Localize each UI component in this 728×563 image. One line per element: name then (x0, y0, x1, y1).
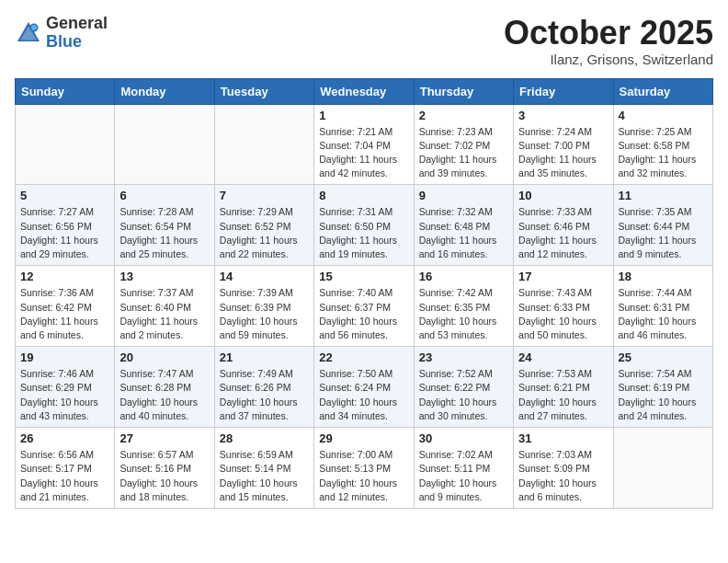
svg-point-3 (31, 25, 37, 30)
day-info: Sunrise: 7:42 AM Sunset: 6:35 PM Dayligh… (419, 286, 508, 342)
logo: General Blue (15, 15, 108, 52)
day-info: Sunrise: 7:53 AM Sunset: 6:21 PM Dayligh… (518, 367, 608, 423)
day-info: Sunrise: 7:03 AM Sunset: 5:09 PM Dayligh… (518, 448, 608, 504)
week-row-4: 19Sunrise: 7:46 AM Sunset: 6:29 PM Dayli… (16, 347, 713, 428)
day-number: 2 (419, 109, 508, 122)
calendar-cell (115, 104, 214, 185)
weekday-header-thursday: Thursday (414, 78, 513, 104)
title-block: October 2025 Ilanz, Grisons, Switzerland (504, 15, 713, 67)
calendar-cell (16, 104, 115, 185)
day-info: Sunrise: 7:25 AM Sunset: 6:58 PM Dayligh… (619, 125, 708, 181)
logo-text: General Blue (46, 15, 108, 52)
day-info: Sunrise: 7:23 AM Sunset: 7:02 PM Dayligh… (419, 125, 508, 181)
day-info: Sunrise: 7:35 AM Sunset: 6:44 PM Dayligh… (619, 205, 708, 261)
calendar-cell: 17Sunrise: 7:43 AM Sunset: 6:33 PM Dayli… (514, 266, 613, 347)
day-info: Sunrise: 7:31 AM Sunset: 6:50 PM Dayligh… (319, 205, 408, 261)
day-info: Sunrise: 6:57 AM Sunset: 5:16 PM Dayligh… (119, 448, 209, 504)
calendar-cell: 15Sunrise: 7:40 AM Sunset: 6:37 PM Dayli… (314, 266, 414, 347)
day-number: 28 (220, 431, 309, 445)
day-info: Sunrise: 7:00 AM Sunset: 5:13 PM Dayligh… (319, 448, 408, 504)
week-row-1: 1Sunrise: 7:21 AM Sunset: 7:04 PM Daylig… (16, 104, 713, 185)
calendar-cell: 31Sunrise: 7:03 AM Sunset: 5:09 PM Dayli… (514, 428, 613, 509)
day-number: 1 (319, 109, 408, 122)
day-number: 7 (220, 189, 309, 202)
calendar-cell: 26Sunrise: 6:56 AM Sunset: 5:17 PM Dayli… (16, 428, 115, 509)
day-info: Sunrise: 7:36 AM Sunset: 6:42 PM Dayligh… (20, 286, 109, 342)
calendar-cell: 18Sunrise: 7:44 AM Sunset: 6:31 PM Dayli… (613, 266, 712, 347)
day-number: 15 (319, 270, 408, 283)
page-header: General Blue October 2025 Ilanz, Grisons… (15, 15, 713, 67)
day-info: Sunrise: 7:52 AM Sunset: 6:22 PM Dayligh… (419, 367, 508, 423)
day-number: 22 (319, 350, 408, 364)
day-number: 18 (619, 270, 708, 283)
week-row-3: 12Sunrise: 7:36 AM Sunset: 6:42 PM Dayli… (16, 266, 713, 347)
week-row-5: 26Sunrise: 6:56 AM Sunset: 5:17 PM Dayli… (16, 428, 713, 509)
day-info: Sunrise: 7:32 AM Sunset: 6:48 PM Dayligh… (419, 205, 508, 261)
day-number: 29 (319, 431, 408, 445)
calendar-cell: 22Sunrise: 7:50 AM Sunset: 6:24 PM Dayli… (314, 347, 414, 428)
logo-general: General (46, 15, 108, 33)
calendar-cell: 10Sunrise: 7:33 AM Sunset: 6:46 PM Dayli… (514, 185, 613, 266)
day-info: Sunrise: 7:24 AM Sunset: 7:00 PM Dayligh… (518, 125, 608, 181)
calendar-cell: 4Sunrise: 7:25 AM Sunset: 6:58 PM Daylig… (613, 104, 712, 185)
day-number: 20 (119, 350, 209, 364)
calendar-cell: 2Sunrise: 7:23 AM Sunset: 7:02 PM Daylig… (414, 104, 513, 185)
calendar-cell: 5Sunrise: 7:27 AM Sunset: 6:56 PM Daylig… (16, 185, 115, 266)
day-info: Sunrise: 7:33 AM Sunset: 6:46 PM Dayligh… (518, 205, 608, 261)
calendar-cell: 7Sunrise: 7:29 AM Sunset: 6:52 PM Daylig… (214, 185, 313, 266)
calendar-cell: 8Sunrise: 7:31 AM Sunset: 6:50 PM Daylig… (314, 185, 414, 266)
day-info: Sunrise: 7:47 AM Sunset: 6:28 PM Dayligh… (119, 367, 209, 423)
day-info: Sunrise: 7:43 AM Sunset: 6:33 PM Dayligh… (518, 286, 608, 342)
weekday-header-wednesday: Wednesday (314, 78, 414, 104)
weekday-header-saturday: Saturday (613, 78, 712, 104)
day-number: 13 (119, 270, 209, 283)
weekday-header-friday: Friday (514, 78, 613, 104)
day-info: Sunrise: 7:50 AM Sunset: 6:24 PM Dayligh… (319, 367, 408, 423)
day-number: 19 (20, 350, 109, 364)
calendar-cell: 30Sunrise: 7:02 AM Sunset: 5:11 PM Dayli… (414, 428, 513, 509)
calendar-cell: 25Sunrise: 7:54 AM Sunset: 6:19 PM Dayli… (613, 347, 712, 428)
month-title: October 2025 (504, 15, 713, 52)
day-info: Sunrise: 7:29 AM Sunset: 6:52 PM Dayligh… (220, 205, 309, 261)
day-number: 4 (619, 109, 708, 122)
day-number: 26 (20, 431, 109, 445)
calendar-cell: 24Sunrise: 7:53 AM Sunset: 6:21 PM Dayli… (514, 347, 613, 428)
day-info: Sunrise: 7:49 AM Sunset: 6:26 PM Dayligh… (220, 367, 309, 423)
day-info: Sunrise: 7:02 AM Sunset: 5:11 PM Dayligh… (419, 448, 508, 504)
day-number: 9 (419, 189, 508, 202)
location: Ilanz, Grisons, Switzerland (504, 52, 713, 67)
calendar-cell: 16Sunrise: 7:42 AM Sunset: 6:35 PM Dayli… (414, 266, 513, 347)
calendar-cell: 23Sunrise: 7:52 AM Sunset: 6:22 PM Dayli… (414, 347, 513, 428)
logo-blue: Blue (46, 33, 108, 52)
day-info: Sunrise: 7:46 AM Sunset: 6:29 PM Dayligh… (20, 367, 109, 423)
day-number: 30 (419, 431, 508, 445)
day-number: 8 (319, 189, 408, 202)
weekday-header-monday: Monday (115, 78, 214, 104)
calendar-cell: 14Sunrise: 7:39 AM Sunset: 6:39 PM Dayli… (214, 266, 313, 347)
day-info: Sunrise: 7:54 AM Sunset: 6:19 PM Dayligh… (619, 367, 708, 423)
weekday-header-sunday: Sunday (16, 78, 115, 104)
day-number: 6 (119, 189, 209, 202)
day-info: Sunrise: 7:44 AM Sunset: 6:31 PM Dayligh… (619, 286, 708, 342)
day-number: 24 (518, 350, 608, 364)
calendar-cell: 21Sunrise: 7:49 AM Sunset: 6:26 PM Dayli… (214, 347, 313, 428)
day-number: 31 (518, 431, 608, 445)
weekday-header-row: SundayMondayTuesdayWednesdayThursdayFrid… (16, 78, 713, 104)
calendar-cell (214, 104, 313, 185)
day-number: 25 (619, 350, 708, 364)
day-info: Sunrise: 7:21 AM Sunset: 7:04 PM Dayligh… (319, 125, 408, 181)
calendar-cell: 6Sunrise: 7:28 AM Sunset: 6:54 PM Daylig… (115, 185, 214, 266)
day-info: Sunrise: 7:27 AM Sunset: 6:56 PM Dayligh… (20, 205, 109, 261)
day-number: 10 (518, 189, 608, 202)
calendar: SundayMondayTuesdayWednesdayThursdayFrid… (15, 78, 713, 509)
day-number: 17 (518, 270, 608, 283)
day-number: 23 (419, 350, 508, 364)
day-info: Sunrise: 7:37 AM Sunset: 6:40 PM Dayligh… (119, 286, 209, 342)
week-row-2: 5Sunrise: 7:27 AM Sunset: 6:56 PM Daylig… (16, 185, 713, 266)
day-info: Sunrise: 7:28 AM Sunset: 6:54 PM Dayligh… (119, 205, 209, 261)
calendar-cell: 19Sunrise: 7:46 AM Sunset: 6:29 PM Dayli… (16, 347, 115, 428)
day-number: 14 (220, 270, 309, 283)
calendar-cell: 29Sunrise: 7:00 AM Sunset: 5:13 PM Dayli… (314, 428, 414, 509)
weekday-header-tuesday: Tuesday (214, 78, 313, 104)
day-number: 5 (20, 189, 109, 202)
